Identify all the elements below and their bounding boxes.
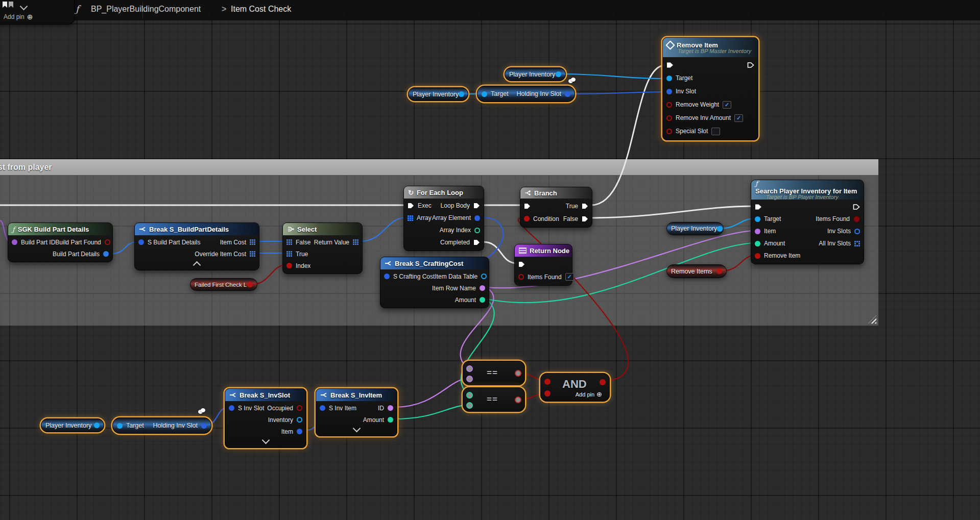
items-found-pin[interactable]	[853, 216, 860, 222]
inv-slots-pin[interactable]	[854, 229, 860, 234]
equals-input-a-pin[interactable]	[466, 392, 473, 399]
node-equals-1[interactable]: ==	[463, 361, 525, 385]
amount-pin[interactable]	[480, 297, 485, 303]
node-remove-item[interactable]: Remove Item Target is BP Master Inventor…	[662, 37, 758, 140]
remove-inv-amount-pin[interactable]	[666, 115, 672, 121]
node-fragment-top-left[interactable]: Add pin⊕	[0, 0, 75, 24]
target-in-pin[interactable]	[482, 91, 487, 97]
breadcrumb-current[interactable]: Item Cost Check	[231, 5, 291, 14]
amount-pin[interactable]	[755, 241, 760, 246]
equals-out-pin[interactable]	[515, 397, 521, 403]
pill-failed-first-check[interactable]: Failed First Check L	[190, 278, 257, 291]
pill-player-inventory-bottom[interactable]: Player Inventory	[41, 418, 104, 432]
and-input-a-pin[interactable]	[544, 379, 551, 385]
node-return[interactable]: Return Node Items Found✓	[514, 244, 572, 286]
index-pin[interactable]	[286, 263, 292, 268]
exec-in-pin[interactable]	[524, 203, 531, 209]
false-exec-pin[interactable]	[582, 216, 588, 222]
items-found-pin[interactable]	[518, 274, 524, 280]
item-row-name-pin[interactable]	[480, 285, 485, 291]
exec-in-pin[interactable]	[518, 261, 525, 267]
loop-body-exec-pin[interactable]	[473, 203, 480, 209]
s-inv-slot-pin[interactable]	[229, 405, 234, 411]
equals-out-pin[interactable]	[515, 370, 521, 377]
id-pin[interactable]	[388, 405, 393, 411]
bookmark-icon[interactable]	[3, 2, 13, 8]
node-break-invitem[interactable]: Break S_InvItem S Inv Item ID Amount	[316, 388, 397, 436]
node-and[interactable]: AND Add pin⊕	[540, 373, 610, 402]
condition-pin[interactable]	[524, 216, 530, 221]
target-pin[interactable]	[666, 76, 672, 81]
exec-in-pin[interactable]	[666, 62, 674, 68]
remove-inv-amount-checkbox[interactable]: ✓	[734, 114, 743, 122]
target-pin[interactable]	[755, 216, 760, 222]
exec-out-pin[interactable]	[747, 62, 754, 68]
pill-player-inventory-right[interactable]: Player Inventory	[666, 222, 724, 235]
inv-slot-pin[interactable]	[666, 89, 672, 94]
node-break-buildpartdetails[interactable]: Break S_BuildPartDetails S Build Part De…	[134, 222, 259, 270]
array-element-pin[interactable]	[474, 215, 480, 221]
player-inventory-out-pin[interactable]	[459, 91, 464, 97]
special-slot-checkbox[interactable]	[711, 128, 720, 135]
completed-exec-pin[interactable]	[473, 239, 480, 245]
pill-target-holding-inv-slot[interactable]: Target Holding Inv Slot	[477, 86, 575, 102]
exec-in-pin[interactable]	[755, 204, 762, 210]
chevron-down-icon[interactable]	[20, 3, 28, 11]
node-for-each-loop[interactable]: ↻ For Each Loop Exec Loop Body Array Arr…	[403, 186, 484, 251]
exec-out-pin[interactable]	[853, 204, 860, 210]
array-index-pin[interactable]	[474, 228, 480, 233]
player-inventory-out-pin[interactable]	[717, 226, 723, 232]
pill-player-inventory-mid[interactable]: Player Inventory	[408, 87, 468, 101]
false-map-pin[interactable]	[286, 239, 292, 245]
return-value-map-pin[interactable]	[353, 239, 358, 245]
items-found-checkbox[interactable]: ✓	[565, 273, 574, 281]
special-slot-pin[interactable]	[666, 129, 672, 134]
blueprint-graph-canvas[interactable]: ost from player	[0, 0, 980, 520]
exec-in-pin[interactable]	[408, 203, 414, 209]
s-crafting-cost-pin[interactable]	[384, 274, 390, 279]
add-pin-button[interactable]: Add pin⊕	[4, 13, 33, 21]
player-inventory-out-pin[interactable]	[556, 71, 561, 77]
node-branch[interactable]: Branch True Condition False	[520, 187, 592, 228]
remove-item-pin[interactable]	[755, 253, 760, 259]
expand-chevron-icon[interactable]	[352, 425, 361, 433]
node-search-player-inventory[interactable]: ƒ Search Player Inventory for Item Targe…	[751, 180, 864, 264]
node-sgk-build-part-details[interactable]: ƒ SGK Build Part Details Build Part ID B…	[8, 222, 113, 262]
and-input-b-pin[interactable]	[544, 390, 551, 397]
breadcrumb-root[interactable]: BP_PlayerBuildingComponent	[91, 5, 201, 14]
expand-chevron-icon[interactable]	[261, 436, 270, 444]
target-in-pin[interactable]	[117, 423, 123, 429]
item-data-table-pin[interactable]	[481, 274, 487, 279]
override-item-cost-map-pin[interactable]	[250, 251, 255, 257]
pill-player-inventory-top[interactable]: Player Inventory	[505, 67, 566, 81]
s-build-part-details-pin[interactable]	[138, 239, 144, 245]
failed-first-check-out-pin[interactable]	[247, 282, 253, 287]
item-pin[interactable]	[297, 429, 302, 434]
amount-pin[interactable]	[388, 417, 393, 423]
array-pin[interactable]	[408, 215, 413, 221]
true-exec-pin[interactable]	[582, 203, 588, 209]
equals-input-a-pin[interactable]	[466, 365, 473, 372]
pill-remove-items[interactable]: Remove Items	[666, 264, 727, 278]
node-equals-2[interactable]: ==	[463, 387, 525, 412]
occupied-pin[interactable]	[297, 405, 302, 411]
inventory-pin[interactable]	[297, 417, 302, 423]
true-map-pin[interactable]	[286, 251, 292, 257]
node-break-craftingcost[interactable]: Break S_CraftingCost S Crafting Cost Ite…	[380, 257, 489, 308]
pill-target-holding-inv-slot-bottom[interactable]: Target Holding Inv Slot	[112, 417, 211, 434]
node-break-invslot[interactable]: Break S_InvSlot S Inv Slot Occupied Inve…	[225, 388, 306, 448]
holding-inv-slot-out-pin[interactable]	[201, 423, 207, 429]
equals-input-b-pin[interactable]	[466, 376, 473, 382]
remove-weight-checkbox[interactable]: ✓	[723, 101, 731, 109]
collapse-chevron-icon[interactable]	[193, 261, 201, 269]
all-inv-slots-array-pin[interactable]	[854, 241, 860, 246]
and-out-pin[interactable]	[600, 379, 606, 385]
build-part-id-pin[interactable]	[12, 239, 17, 245]
equals-input-b-pin[interactable]	[466, 402, 473, 409]
remove-weight-pin[interactable]	[666, 102, 672, 108]
remove-items-out-pin[interactable]	[716, 268, 722, 274]
item-cost-map-pin[interactable]	[250, 239, 255, 245]
and-add-pin[interactable]: Add pin⊕	[576, 390, 602, 398]
item-pin[interactable]	[755, 229, 760, 234]
s-inv-item-pin[interactable]	[320, 405, 325, 411]
